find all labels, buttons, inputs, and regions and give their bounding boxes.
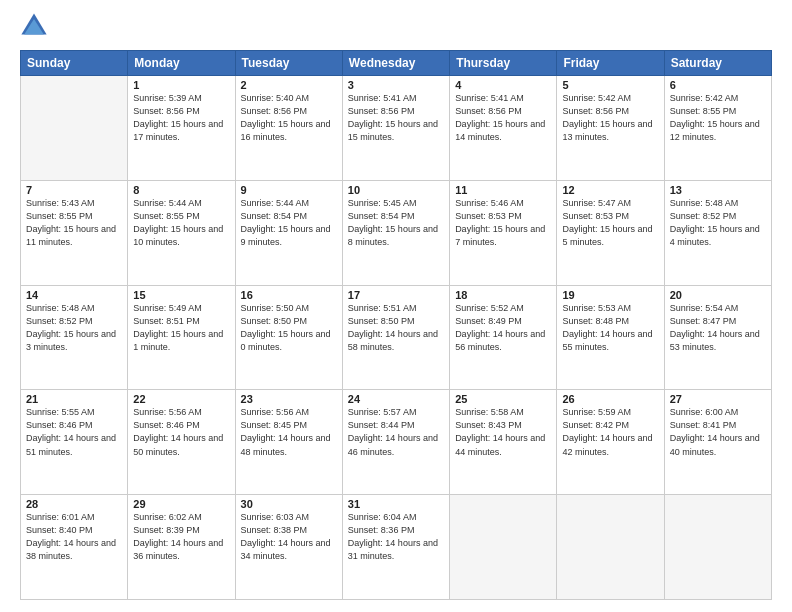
day-info: Sunrise: 5:42 AMSunset: 8:55 PMDaylight:… (670, 92, 766, 144)
day-number: 4 (455, 79, 551, 91)
day-number: 21 (26, 393, 122, 405)
day-info: Sunrise: 5:39 AMSunset: 8:56 PMDaylight:… (133, 92, 229, 144)
day-number: 2 (241, 79, 337, 91)
day-cell: 23Sunrise: 5:56 AMSunset: 8:45 PMDayligh… (235, 390, 342, 495)
day-cell: 6Sunrise: 5:42 AMSunset: 8:55 PMDaylight… (664, 76, 771, 181)
day-number: 20 (670, 289, 766, 301)
calendar-body: 1Sunrise: 5:39 AMSunset: 8:56 PMDaylight… (21, 76, 772, 600)
page: SundayMondayTuesdayWednesdayThursdayFrid… (0, 0, 792, 612)
logo (20, 16, 50, 40)
day-number: 17 (348, 289, 444, 301)
day-number: 6 (670, 79, 766, 91)
day-cell: 17Sunrise: 5:51 AMSunset: 8:50 PMDayligh… (342, 285, 449, 390)
day-number: 12 (562, 184, 658, 196)
day-number: 23 (241, 393, 337, 405)
day-info: Sunrise: 5:44 AMSunset: 8:54 PMDaylight:… (241, 197, 337, 249)
day-info: Sunrise: 5:49 AMSunset: 8:51 PMDaylight:… (133, 302, 229, 354)
day-info: Sunrise: 5:55 AMSunset: 8:46 PMDaylight:… (26, 406, 122, 458)
day-cell: 21Sunrise: 5:55 AMSunset: 8:46 PMDayligh… (21, 390, 128, 495)
day-header-tuesday: Tuesday (235, 51, 342, 76)
day-number: 7 (26, 184, 122, 196)
day-info: Sunrise: 5:48 AMSunset: 8:52 PMDaylight:… (670, 197, 766, 249)
day-info: Sunrise: 6:01 AMSunset: 8:40 PMDaylight:… (26, 511, 122, 563)
day-cell: 19Sunrise: 5:53 AMSunset: 8:48 PMDayligh… (557, 285, 664, 390)
day-number: 16 (241, 289, 337, 301)
day-cell (557, 495, 664, 600)
day-number: 28 (26, 498, 122, 510)
day-cell (664, 495, 771, 600)
header (20, 16, 772, 40)
day-number: 27 (670, 393, 766, 405)
day-cell: 13Sunrise: 5:48 AMSunset: 8:52 PMDayligh… (664, 180, 771, 285)
day-info: Sunrise: 5:58 AMSunset: 8:43 PMDaylight:… (455, 406, 551, 458)
day-cell: 31Sunrise: 6:04 AMSunset: 8:36 PMDayligh… (342, 495, 449, 600)
day-cell (450, 495, 557, 600)
day-number: 1 (133, 79, 229, 91)
header-row: SundayMondayTuesdayWednesdayThursdayFrid… (21, 51, 772, 76)
day-header-sunday: Sunday (21, 51, 128, 76)
day-header-wednesday: Wednesday (342, 51, 449, 76)
day-number: 15 (133, 289, 229, 301)
day-number: 22 (133, 393, 229, 405)
day-cell: 29Sunrise: 6:02 AMSunset: 8:39 PMDayligh… (128, 495, 235, 600)
day-number: 10 (348, 184, 444, 196)
day-number: 11 (455, 184, 551, 196)
day-cell: 1Sunrise: 5:39 AMSunset: 8:56 PMDaylight… (128, 76, 235, 181)
day-header-friday: Friday (557, 51, 664, 76)
day-number: 9 (241, 184, 337, 196)
day-info: Sunrise: 6:03 AMSunset: 8:38 PMDaylight:… (241, 511, 337, 563)
day-info: Sunrise: 6:02 AMSunset: 8:39 PMDaylight:… (133, 511, 229, 563)
day-info: Sunrise: 5:56 AMSunset: 8:45 PMDaylight:… (241, 406, 337, 458)
day-cell: 5Sunrise: 5:42 AMSunset: 8:56 PMDaylight… (557, 76, 664, 181)
day-number: 24 (348, 393, 444, 405)
day-cell: 7Sunrise: 5:43 AMSunset: 8:55 PMDaylight… (21, 180, 128, 285)
day-number: 26 (562, 393, 658, 405)
day-cell: 16Sunrise: 5:50 AMSunset: 8:50 PMDayligh… (235, 285, 342, 390)
day-number: 19 (562, 289, 658, 301)
week-row-2: 14Sunrise: 5:48 AMSunset: 8:52 PMDayligh… (21, 285, 772, 390)
day-cell: 4Sunrise: 5:41 AMSunset: 8:56 PMDaylight… (450, 76, 557, 181)
day-info: Sunrise: 5:46 AMSunset: 8:53 PMDaylight:… (455, 197, 551, 249)
day-info: Sunrise: 5:51 AMSunset: 8:50 PMDaylight:… (348, 302, 444, 354)
week-row-3: 21Sunrise: 5:55 AMSunset: 8:46 PMDayligh… (21, 390, 772, 495)
calendar-header: SundayMondayTuesdayWednesdayThursdayFrid… (21, 51, 772, 76)
day-info: Sunrise: 5:42 AMSunset: 8:56 PMDaylight:… (562, 92, 658, 144)
day-header-thursday: Thursday (450, 51, 557, 76)
day-number: 31 (348, 498, 444, 510)
day-cell: 18Sunrise: 5:52 AMSunset: 8:49 PMDayligh… (450, 285, 557, 390)
day-cell: 30Sunrise: 6:03 AMSunset: 8:38 PMDayligh… (235, 495, 342, 600)
day-number: 29 (133, 498, 229, 510)
day-info: Sunrise: 6:04 AMSunset: 8:36 PMDaylight:… (348, 511, 444, 563)
day-cell: 20Sunrise: 5:54 AMSunset: 8:47 PMDayligh… (664, 285, 771, 390)
day-info: Sunrise: 5:47 AMSunset: 8:53 PMDaylight:… (562, 197, 658, 249)
day-info: Sunrise: 5:53 AMSunset: 8:48 PMDaylight:… (562, 302, 658, 354)
week-row-4: 28Sunrise: 6:01 AMSunset: 8:40 PMDayligh… (21, 495, 772, 600)
day-header-saturday: Saturday (664, 51, 771, 76)
day-cell: 28Sunrise: 6:01 AMSunset: 8:40 PMDayligh… (21, 495, 128, 600)
day-info: Sunrise: 5:54 AMSunset: 8:47 PMDaylight:… (670, 302, 766, 354)
day-info: Sunrise: 5:45 AMSunset: 8:54 PMDaylight:… (348, 197, 444, 249)
day-cell: 8Sunrise: 5:44 AMSunset: 8:55 PMDaylight… (128, 180, 235, 285)
day-cell: 2Sunrise: 5:40 AMSunset: 8:56 PMDaylight… (235, 76, 342, 181)
day-number: 5 (562, 79, 658, 91)
day-info: Sunrise: 5:40 AMSunset: 8:56 PMDaylight:… (241, 92, 337, 144)
day-info: Sunrise: 5:41 AMSunset: 8:56 PMDaylight:… (455, 92, 551, 144)
day-cell: 15Sunrise: 5:49 AMSunset: 8:51 PMDayligh… (128, 285, 235, 390)
day-info: Sunrise: 6:00 AMSunset: 8:41 PMDaylight:… (670, 406, 766, 458)
day-cell: 25Sunrise: 5:58 AMSunset: 8:43 PMDayligh… (450, 390, 557, 495)
day-number: 30 (241, 498, 337, 510)
day-cell: 10Sunrise: 5:45 AMSunset: 8:54 PMDayligh… (342, 180, 449, 285)
day-cell: 3Sunrise: 5:41 AMSunset: 8:56 PMDaylight… (342, 76, 449, 181)
day-info: Sunrise: 5:59 AMSunset: 8:42 PMDaylight:… (562, 406, 658, 458)
day-number: 25 (455, 393, 551, 405)
week-row-1: 7Sunrise: 5:43 AMSunset: 8:55 PMDaylight… (21, 180, 772, 285)
day-number: 8 (133, 184, 229, 196)
week-row-0: 1Sunrise: 5:39 AMSunset: 8:56 PMDaylight… (21, 76, 772, 181)
day-info: Sunrise: 5:56 AMSunset: 8:46 PMDaylight:… (133, 406, 229, 458)
day-info: Sunrise: 5:41 AMSunset: 8:56 PMDaylight:… (348, 92, 444, 144)
day-info: Sunrise: 5:50 AMSunset: 8:50 PMDaylight:… (241, 302, 337, 354)
day-number: 14 (26, 289, 122, 301)
day-cell: 24Sunrise: 5:57 AMSunset: 8:44 PMDayligh… (342, 390, 449, 495)
logo-icon (20, 12, 48, 40)
day-info: Sunrise: 5:48 AMSunset: 8:52 PMDaylight:… (26, 302, 122, 354)
